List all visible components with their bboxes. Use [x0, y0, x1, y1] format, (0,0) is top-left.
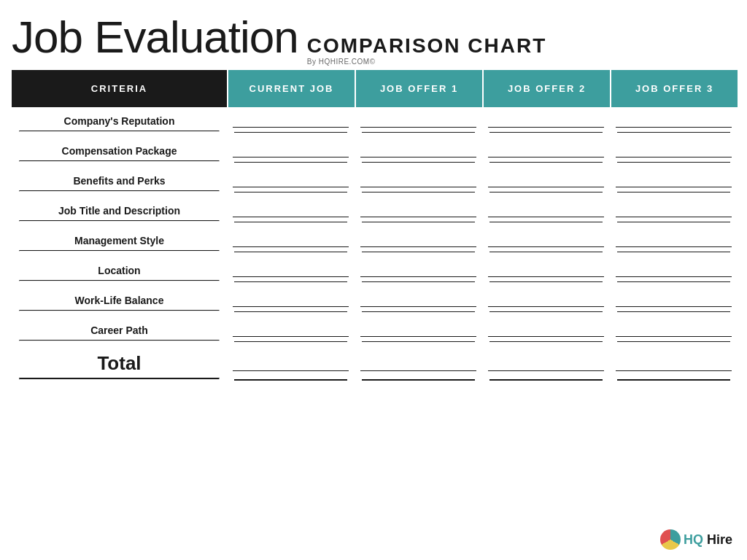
input-cell — [610, 287, 738, 310]
score-input[interactable] — [488, 204, 604, 217]
input-cell — [610, 227, 738, 250]
table-row: Compensation Package — [12, 137, 735, 160]
input-cell — [482, 287, 610, 310]
criteria-header: CRITERIA — [12, 70, 227, 107]
divider-cell — [227, 131, 355, 137]
score-input[interactable] — [488, 324, 604, 337]
divider-cell — [482, 220, 610, 227]
criteria-cell: Work-Life Balance — [12, 287, 227, 309]
main-title: Job Evaluation — [12, 15, 298, 60]
score-input[interactable] — [360, 174, 476, 187]
input-cell — [227, 107, 355, 131]
logo-text: HQ Hire — [684, 532, 732, 548]
input-cell — [610, 137, 738, 160]
score-input[interactable] — [233, 294, 349, 307]
input-cell — [482, 167, 610, 190]
row-divider — [12, 310, 735, 316]
score-input[interactable] — [233, 204, 349, 217]
divider-cell — [482, 378, 610, 384]
criteria-divider-cell — [12, 340, 227, 346]
divider-cell — [355, 250, 482, 257]
criteria-cell: Total — [12, 346, 227, 378]
score-input[interactable] — [616, 144, 732, 158]
divider-cell — [610, 131, 738, 137]
score-input[interactable] — [360, 234, 476, 247]
row-divider — [12, 220, 735, 227]
score-input[interactable] — [360, 264, 476, 277]
criteria-cell: Compensation Package — [12, 138, 227, 160]
score-input[interactable] — [233, 114, 349, 128]
score-input[interactable] — [616, 114, 732, 128]
score-input[interactable] — [488, 144, 604, 158]
input-cell — [355, 351, 482, 374]
divider-cell — [482, 160, 610, 167]
score-input[interactable] — [360, 324, 476, 337]
score-input[interactable] — [616, 234, 732, 247]
criteria-divider-cell — [12, 378, 227, 384]
score-input[interactable] — [233, 358, 349, 371]
input-cell — [227, 227, 355, 250]
logo-hire: Hire — [703, 532, 732, 547]
score-input[interactable] — [488, 114, 604, 128]
table-row: Company's Reputation — [12, 107, 735, 131]
criteria-cell: Job Title and Description — [12, 198, 227, 219]
score-input[interactable] — [233, 264, 349, 277]
input-cell — [482, 137, 610, 160]
divider-cell — [482, 190, 610, 197]
table-row: Benefits and Perks — [12, 167, 735, 190]
col2-header: JOB OFFER 1 — [356, 70, 482, 107]
table-area: Company's ReputationCompensation Package… — [12, 107, 735, 384]
score-input[interactable] — [616, 324, 732, 337]
divider-cell — [227, 220, 355, 227]
input-cell — [227, 167, 355, 190]
criteria-cell: Company's Reputation — [12, 108, 227, 130]
input-cell — [355, 137, 482, 160]
divider-cell — [482, 250, 610, 257]
score-input[interactable] — [488, 174, 604, 187]
criteria-cell: Location — [12, 257, 227, 279]
divider-cell — [355, 378, 482, 384]
score-input[interactable] — [616, 358, 732, 371]
input-cell — [482, 351, 610, 374]
divider-cell — [610, 280, 738, 287]
input-cell — [227, 257, 355, 280]
criteria-divider-cell — [12, 131, 227, 137]
row-divider — [12, 160, 735, 167]
score-input[interactable] — [233, 174, 349, 187]
divider-cell — [227, 160, 355, 167]
score-input[interactable] — [488, 358, 604, 371]
score-input[interactable] — [233, 324, 349, 337]
score-input[interactable] — [488, 234, 604, 247]
logo-area: HQ Hire — [660, 529, 732, 550]
table-row: Work-Life Balance — [12, 287, 735, 310]
score-input[interactable] — [488, 294, 604, 307]
input-cell — [227, 316, 355, 340]
divider-cell — [227, 340, 355, 346]
table-row: Location — [12, 257, 735, 280]
score-input[interactable] — [616, 174, 732, 187]
score-input[interactable] — [360, 114, 476, 128]
input-cell — [355, 227, 482, 250]
score-input[interactable] — [360, 294, 476, 307]
criteria-divider-cell — [12, 190, 227, 197]
score-input[interactable] — [233, 144, 349, 158]
score-input[interactable] — [488, 264, 604, 277]
divider-cell — [227, 280, 355, 287]
score-input[interactable] — [616, 294, 732, 307]
score-input[interactable] — [360, 144, 476, 158]
score-input[interactable] — [616, 264, 732, 277]
table-row: Job Title and Description — [12, 197, 735, 220]
table-row: Total — [12, 346, 735, 378]
score-input[interactable] — [360, 358, 476, 371]
sub-title: COMPARISON CHART — [307, 36, 547, 56]
score-input[interactable] — [233, 234, 349, 247]
score-input[interactable] — [616, 204, 732, 217]
logo-icon — [660, 529, 681, 550]
divider-cell — [610, 310, 738, 316]
by-line: By HQHIRE.COM© — [307, 58, 376, 66]
divider-cell — [482, 340, 610, 346]
divider-cell — [482, 280, 610, 287]
input-cell — [355, 197, 482, 220]
criteria-divider-cell — [12, 310, 227, 316]
score-input[interactable] — [360, 204, 476, 217]
